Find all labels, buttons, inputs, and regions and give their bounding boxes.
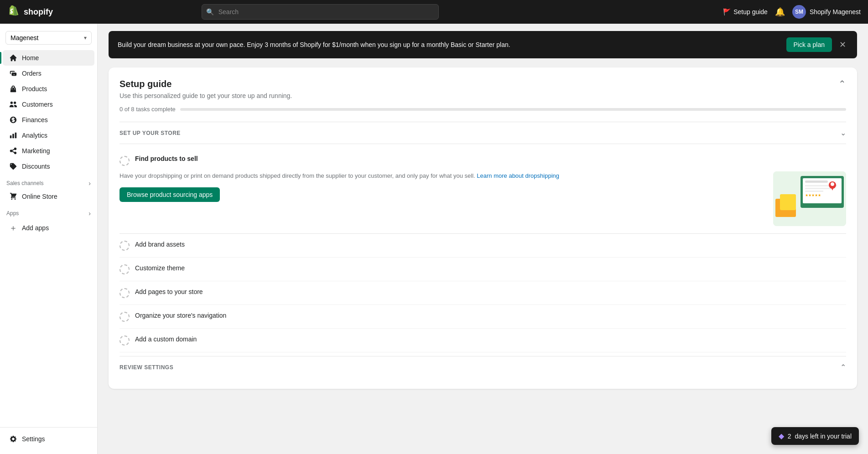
task-checkbox-navigation bbox=[120, 312, 130, 322]
task-find-products-desc: Have your dropshipping or print on deman… bbox=[120, 171, 764, 181]
discounts-icon bbox=[9, 162, 17, 170]
learn-dropshipping-link[interactable]: Learn more about dropshipping bbox=[477, 172, 559, 179]
sidebar-item-home[interactable]: Home bbox=[3, 50, 94, 66]
customers-icon bbox=[9, 100, 17, 108]
task-add-pages[interactable]: Add pages to your store bbox=[120, 281, 846, 305]
user-menu-button[interactable]: SM Shopify Magenest bbox=[792, 5, 861, 19]
sales-channels-label: Sales channels bbox=[6, 180, 43, 186]
setup-store-section-label: SET UP YOUR STORE bbox=[120, 130, 181, 136]
promo-banner: Build your dream business at your own pa… bbox=[109, 31, 857, 58]
notifications-button[interactable]: 🔔 bbox=[775, 7, 785, 17]
search-icon: 🔍 bbox=[206, 8, 214, 15]
review-section-icon: ⌃ bbox=[840, 363, 846, 371]
diamond-icon: ◆ bbox=[779, 432, 784, 440]
task-customize-theme-content: Customize theme bbox=[135, 264, 846, 272]
apps-expand-button[interactable]: › bbox=[88, 210, 91, 217]
shopify-logo[interactable]: shopify bbox=[7, 5, 53, 18]
task-navigation[interactable]: Organize your store's navigation bbox=[120, 305, 846, 329]
products-icon bbox=[9, 85, 17, 93]
close-banner-button[interactable]: ✕ bbox=[837, 38, 848, 52]
task-navigation-title: Organize your store's navigation bbox=[135, 312, 226, 319]
sidebar-item-home-label: Home bbox=[22, 54, 39, 62]
sidebar-item-orders[interactable]: Orders bbox=[3, 66, 94, 81]
task-custom-domain-content: Add a custom domain bbox=[135, 335, 846, 343]
home-icon bbox=[9, 54, 17, 62]
collapse-button[interactable]: ⌃ bbox=[838, 78, 846, 89]
pick-plan-button[interactable]: Pick a plan bbox=[786, 37, 832, 52]
flag-icon: 🚩 bbox=[723, 8, 731, 15]
sidebar-item-finances[interactable]: Finances bbox=[3, 112, 94, 128]
section-collapse-icon: ⌄ bbox=[840, 129, 846, 137]
setup-guide-label: Setup guide bbox=[733, 8, 768, 15]
apps-section: Apps › bbox=[0, 204, 97, 219]
sidebar-item-customers[interactable]: Customers bbox=[3, 97, 94, 112]
sidebar-item-customers-label: Customers bbox=[22, 101, 53, 108]
task-brand-assets-content: Add brand assets bbox=[135, 240, 846, 248]
sidebar-item-products[interactable]: Products bbox=[3, 81, 94, 97]
task-checkbox-custom-domain bbox=[120, 335, 130, 346]
svg-rect-3 bbox=[805, 181, 828, 183]
progress-section: 0 of 8 tasks complete bbox=[120, 106, 846, 113]
trial-badge: ◆ 2 days left in your trial bbox=[771, 427, 859, 445]
trial-days: 2 bbox=[788, 433, 791, 440]
setup-store-section-header[interactable]: SET UP YOUR STORE ⌄ bbox=[120, 122, 846, 144]
online-store-icon bbox=[9, 192, 17, 201]
task-brand-assets[interactable]: Add brand assets bbox=[120, 234, 846, 258]
task-find-products-content: Have your dropshipping or print on deman… bbox=[120, 171, 846, 226]
search-input[interactable] bbox=[202, 4, 439, 20]
main-content: Build your dream business at your own pa… bbox=[98, 24, 868, 454]
task-find-products: Find products to sell Have your dropship… bbox=[120, 148, 846, 234]
settings-icon bbox=[9, 435, 17, 443]
setup-guide-button[interactable]: 🚩 Setup guide bbox=[723, 8, 768, 15]
sidebar-item-online-store[interactable]: Online Store bbox=[3, 189, 94, 204]
chevron-down-icon: ▾ bbox=[84, 35, 87, 41]
task-product-illustration: ★★★★★ bbox=[773, 171, 846, 226]
sidebar-item-orders-label: Orders bbox=[22, 70, 42, 77]
task-customize-theme[interactable]: Customize theme bbox=[120, 258, 846, 281]
sidebar-item-discounts[interactable]: Discounts bbox=[3, 159, 94, 174]
logo-text: shopify bbox=[24, 7, 53, 17]
task-add-pages-content: Add pages to your store bbox=[135, 288, 846, 296]
task-custom-domain[interactable]: Add a custom domain bbox=[120, 329, 846, 352]
trial-text: days left in your trial bbox=[795, 433, 852, 440]
sidebar-item-settings-label: Settings bbox=[22, 435, 45, 443]
add-apps-label: Add apps bbox=[22, 224, 49, 232]
task-add-pages-title: Add pages to your store bbox=[135, 288, 203, 295]
svg-rect-5 bbox=[805, 188, 832, 189]
sidebar-item-finances-label: Finances bbox=[22, 116, 48, 124]
top-navigation: shopify 🔍 🚩 Setup guide 🔔 SM Shopify Mag… bbox=[0, 0, 868, 24]
promo-banner-text: Build your dream business at your own pa… bbox=[118, 40, 510, 50]
sales-channels-section: Sales channels › bbox=[0, 174, 97, 189]
sidebar-item-analytics[interactable]: Analytics bbox=[3, 128, 94, 143]
add-apps-item[interactable]: ＋ Add apps bbox=[3, 219, 94, 237]
progress-text: 0 of 8 tasks complete bbox=[120, 106, 176, 113]
browse-sourcing-apps-button[interactable]: Browse product sourcing apps bbox=[120, 187, 220, 202]
app-body: Magenest ▾ Home Orders Products Customer… bbox=[0, 24, 868, 454]
review-settings-section: REVIEW SETTINGS ⌃ bbox=[120, 356, 846, 378]
finances-icon bbox=[9, 116, 17, 124]
task-checkbox-find-products[interactable] bbox=[120, 156, 130, 166]
task-checkbox-customize-theme bbox=[120, 264, 130, 274]
svg-text:★★★★★: ★★★★★ bbox=[805, 193, 821, 197]
setup-guide-card: Setup guide ⌃ Use this personalized guid… bbox=[109, 67, 857, 389]
store-selector-button[interactable]: Magenest ▾ bbox=[5, 31, 92, 45]
plus-icon: ＋ bbox=[9, 222, 17, 233]
sidebar: Magenest ▾ Home Orders Products Customer… bbox=[0, 24, 98, 454]
task-checkbox-brand-assets bbox=[120, 241, 130, 251]
sidebar-item-marketing[interactable]: Marketing bbox=[3, 143, 94, 159]
svg-rect-6 bbox=[805, 191, 823, 192]
review-section-header[interactable]: REVIEW SETTINGS ⌃ bbox=[120, 356, 846, 378]
sales-channels-expand-button[interactable]: › bbox=[88, 180, 91, 187]
user-avatar: SM bbox=[792, 5, 806, 19]
review-section-label: REVIEW SETTINGS bbox=[120, 364, 173, 371]
task-customize-theme-title: Customize theme bbox=[135, 264, 185, 272]
sidebar-item-analytics-label: Analytics bbox=[22, 132, 47, 139]
sidebar-item-settings[interactable]: Settings bbox=[3, 431, 94, 447]
promo-banner-actions: Pick a plan ✕ bbox=[786, 37, 848, 52]
task-brand-assets-title: Add brand assets bbox=[135, 241, 185, 248]
task-find-products-title: Find products to sell bbox=[135, 155, 198, 162]
sidebar-item-products-label: Products bbox=[22, 85, 47, 93]
analytics-icon bbox=[9, 131, 17, 139]
task-find-products-left: Have your dropshipping or print on deman… bbox=[120, 171, 764, 202]
search-bar: 🔍 bbox=[202, 4, 439, 20]
